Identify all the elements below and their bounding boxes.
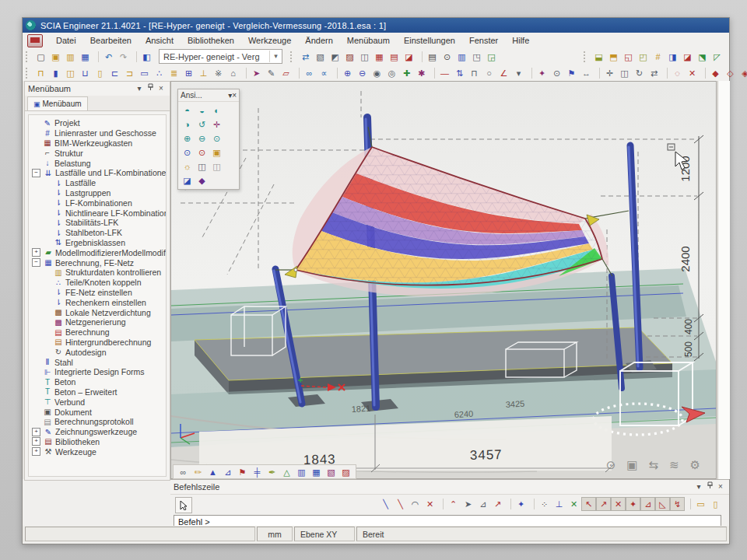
snap-perpendicular-icon[interactable]: ⊿ [475, 497, 490, 511]
storey-tool-icon[interactable]: ⌂ [226, 66, 240, 80]
light-toggle-icon[interactable]: ☼ [180, 159, 195, 173]
project-dropdown[interactable]: RE-Hyper- geneigt - Verg ▾ [159, 49, 282, 64]
add-entity-icon[interactable]: ✚ [399, 66, 414, 80]
measure-icon[interactable]: ▭ [693, 497, 708, 511]
move-icon[interactable]: ✛ [602, 66, 617, 80]
tree-item[interactable]: ▤Berechnungsprotokoll [32, 417, 166, 427]
view-settings-icon[interactable]: ◪ [180, 173, 195, 187]
tree-item[interactable]: ⇂Stahlbeton-LFK [32, 228, 166, 238]
surface-load-icon[interactable]: ⊓ [467, 66, 482, 80]
tracking-icon[interactable]: ✕ [566, 497, 581, 511]
node-labels-icon[interactable]: ▲ [205, 465, 220, 479]
new-load-panel-icon[interactable]: ▭ [137, 66, 152, 80]
zoom-window-icon[interactable]: ⊙ [209, 131, 224, 145]
chevron-down-icon[interactable]: ▾ [134, 83, 145, 94]
camera-view-icon[interactable]: ◫ [195, 159, 209, 173]
support-icon[interactable]: ⊥ [196, 66, 211, 80]
link-display-icon[interactable]: ∞ [176, 465, 191, 479]
mirror-icon[interactable]: ⇄ [647, 66, 661, 80]
snap-line-midpoints-icon[interactable]: ↗ [596, 497, 611, 511]
status-units[interactable]: mm [257, 527, 293, 541]
shrink-toggle-icon[interactable]: △ [279, 465, 294, 479]
tree-item[interactable]: ✎Projekt [32, 118, 166, 128]
status-workplane[interactable]: Ebene XY [294, 527, 355, 541]
print-preview-icon[interactable]: ⊙ [440, 50, 454, 64]
tree-item[interactable]: ⊩Integrierte Design Forms [32, 367, 166, 377]
print-icon[interactable]: ▤ [425, 50, 440, 64]
tree-item[interactable]: ⇂FE-Netz einstellen [32, 288, 166, 298]
results-shear-icon[interactable]: ◇ [723, 66, 738, 80]
tree-item[interactable]: #Linienraster und Geschosse [32, 128, 166, 138]
view-parameters-icon[interactable]: ◨ [665, 50, 680, 64]
select-cursor-icon[interactable]: ➤ [249, 66, 264, 80]
regen-view-icon[interactable]: ⇄ [298, 50, 313, 64]
docked-panel-edge[interactable] [717, 81, 730, 479]
menu-item-fenster[interactable]: Fenster [462, 34, 505, 47]
close-icon[interactable]: × [715, 481, 726, 492]
redo-icon[interactable]: ↷ [116, 50, 131, 64]
previous-selection-icon[interactable]: ∞ [302, 66, 317, 80]
clipping-box-icon[interactable]: ▣ [209, 145, 224, 159]
member-axes-icon[interactable]: ⊿ [220, 465, 235, 479]
mesh-display-icon[interactable]: ▦ [309, 465, 324, 479]
more-tools-icon[interactable]: ▾ [511, 66, 526, 80]
tree-item[interactable]: ▩Netzgenerierung [32, 317, 166, 327]
tree-item[interactable]: ⇅Ergebnisklassen [32, 238, 166, 248]
point-load-icon[interactable]: ⇅ [452, 66, 467, 80]
menu-item--ndern[interactable]: Ändern [298, 34, 339, 47]
export-image-icon[interactable]: ◳ [469, 50, 484, 64]
annotation-icon[interactable]: ⚑ [564, 66, 579, 80]
toolbar-grip[interactable] [584, 51, 589, 62]
angle-dim-icon[interactable]: ∠ [496, 66, 511, 80]
find-icon[interactable]: ⊙ [549, 66, 564, 80]
view-toolbar-header[interactable]: Ansi... ▾ × [178, 89, 239, 102]
tree-item[interactable]: ⇂Rechenkern einstellen [32, 297, 166, 307]
menu-item-einstellungen[interactable]: Einstellungen [397, 34, 462, 47]
results-moment-icon[interactable]: ◈ [738, 66, 747, 80]
zoom-selection-icon[interactable]: ⊕ [340, 66, 355, 80]
menu-item-bearbeiten[interactable]: Bearbeiten [83, 34, 139, 47]
menu-item-datei[interactable]: Datei [49, 34, 83, 47]
save-icon[interactable]: ▦ [78, 50, 93, 64]
dimension-tool-icon[interactable]: ↔ [579, 66, 594, 80]
menu-item-ansicht[interactable]: Ansicht [139, 34, 181, 47]
hinge-icon[interactable]: ⊞ [181, 66, 196, 80]
snap-line-endpoints-icon[interactable]: ↖ [581, 497, 596, 511]
tree-item[interactable]: +⚒Werkzeuge [32, 446, 166, 457]
snap-orthogonal-icon[interactable]: ✦ [626, 497, 640, 511]
highlight-icon[interactable]: ✏ [191, 465, 205, 479]
snap-edge-icon[interactable]: ➤ [461, 497, 475, 511]
tab-menubaum[interactable]: ▣ Menübaum [27, 96, 88, 110]
view-top-icon[interactable]: ◓ [180, 103, 195, 117]
snap-general-icon[interactable]: ↯ [670, 497, 685, 511]
color-palette-icon[interactable]: ▦ [372, 50, 387, 64]
snap-tangential-icon[interactable]: ⊿ [640, 497, 655, 511]
tree-item[interactable]: TBeton [32, 377, 166, 387]
hide-selection-icon[interactable]: ⊖ [355, 66, 370, 80]
zoom-fit-icon[interactable]: ⊙ [606, 458, 616, 472]
member-system-icon[interactable]: ╪ [250, 465, 265, 479]
snap-node-icon[interactable]: ⌃ [446, 497, 461, 511]
tree-item[interactable]: ▣Dokument [32, 407, 166, 417]
tree-item[interactable]: ⇂Nichtlineare LF-Kombinatione [32, 208, 166, 218]
visibility-icon[interactable]: ◱ [621, 50, 636, 64]
snap-intersections-icon[interactable]: ✕ [611, 497, 626, 511]
tree-item[interactable]: +▰ModellmodifiziererModellmodifi [32, 247, 166, 257]
document-icon[interactable]: ▥ [454, 50, 469, 64]
zoom-in-icon[interactable]: ⊕ [180, 131, 195, 145]
tree-item[interactable]: −▦Berechnung, FE-Netz [32, 257, 166, 268]
tree-item[interactable]: ⇂Stabilitäts-LFK [32, 218, 166, 228]
grid-display-icon[interactable]: ▨ [338, 465, 353, 479]
render-toggle-icon[interactable]: ✒ [265, 465, 279, 479]
new-column-icon[interactable]: ▮ [48, 66, 63, 80]
new-beam-icon[interactable]: ⊓ [33, 66, 48, 80]
close-icon[interactable]: × [232, 91, 237, 100]
tree-item[interactable]: ▩Lokale Netzverdichtung [32, 307, 166, 317]
tree-expander-icon[interactable]: + [32, 437, 40, 446]
tree-item[interactable]: ▤Hintergrundberechnung [32, 338, 166, 348]
pan-view-icon[interactable]: ✛ [209, 117, 224, 131]
snap-arc-icon[interactable]: ◠ [408, 497, 423, 511]
chevron-down-icon[interactable]: ▾ [693, 481, 704, 492]
menu-item-men-baum[interactable]: Menübaum [340, 34, 397, 47]
title-bar[interactable]: SCIA Engineer 21.1.4021 - [RE-Hyper- gen… [23, 18, 729, 33]
